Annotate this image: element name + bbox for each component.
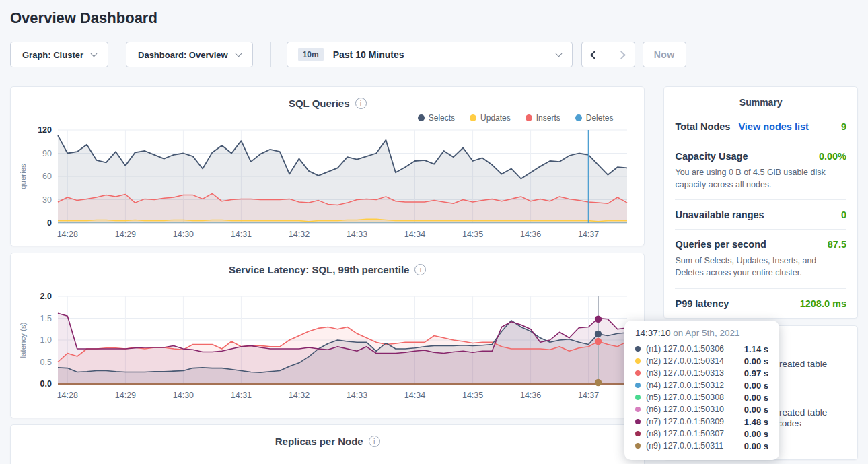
legend-dot	[418, 114, 425, 121]
svg-text:14:37: 14:37	[578, 230, 599, 239]
legend-item-inserts[interactable]: Inserts	[526, 113, 560, 123]
svg-text:14:34: 14:34	[404, 391, 425, 400]
tooltip-node-label: (n4) 127.0.0.1:50312	[646, 380, 724, 390]
chart-tooltip: 14:37:10 on Apr 5th, 2021 (n1) 127.0.0.1…	[624, 321, 779, 460]
tooltip-date: on Apr 5th, 2021	[673, 328, 739, 338]
tooltip-node-label: (n5) 127.0.0.1:50308	[646, 393, 724, 402]
tooltip-node-label: (n8) 127.0.0.1:50307	[646, 429, 724, 438]
graph-dropdown-label: Graph: Cluster	[22, 50, 83, 60]
dashboard-dropdown-label: Dashboard: Overview	[138, 50, 228, 60]
svg-text:0.0: 0.0	[40, 379, 52, 389]
tooltip-node-value: 0.00 s	[744, 380, 768, 391]
charts-column: SQL Queries SelectsUpdatesInsertsDeletes…	[10, 86, 645, 464]
summary-label: P99 latency	[675, 298, 729, 309]
tooltip-node-label: (n6) 127.0.0.1:50310	[646, 405, 724, 414]
info-icon[interactable]	[355, 98, 367, 109]
tooltip-header: 14:37:10 on Apr 5th, 2021	[635, 328, 768, 338]
latency-chart[interactable]: 0.00.51.01.52.014:2814:2914:3014:3114:32…	[16, 290, 644, 403]
svg-text:14:35: 14:35	[462, 230, 483, 239]
tooltip-node-label: (n1) 127.0.0.1:50306	[646, 344, 724, 354]
svg-text:14:29: 14:29	[115, 391, 136, 400]
chart-svg[interactable]: 0.00.51.01.52.014:2814:2914:3014:3114:32…	[16, 290, 632, 403]
panel-title: SQL Queries	[289, 98, 350, 109]
view-nodes-link[interactable]: View nodes list	[738, 121, 809, 132]
svg-text:14:37: 14:37	[578, 391, 599, 400]
next-range-button[interactable]	[608, 42, 635, 67]
series-dot	[635, 443, 641, 449]
divider	[270, 42, 271, 67]
legend-item-updates[interactable]: Updates	[470, 113, 511, 123]
svg-text:1.0: 1.0	[40, 335, 52, 345]
tooltip-row: (n9) 127.0.0.1:503110.00 s	[635, 440, 768, 452]
svg-text:14:29: 14:29	[115, 230, 136, 239]
svg-text:0.5: 0.5	[40, 358, 52, 367]
svg-text:60: 60	[42, 172, 52, 181]
sql-queries-chart[interactable]: 030609012014:2814:2914:3014:3114:3214:33…	[16, 125, 644, 242]
svg-text:14:28: 14:28	[57, 391, 78, 400]
series-dot	[635, 383, 641, 388]
svg-text:14:36: 14:36	[520, 391, 541, 400]
time-nav-group	[581, 42, 635, 67]
svg-text:14:33: 14:33	[347, 230, 367, 239]
chevron-left-icon	[590, 51, 599, 59]
tooltip-time: 14:37:10	[635, 328, 671, 338]
svg-text:latency (s): latency (s)	[19, 322, 27, 358]
dashboard-dropdown[interactable]: Dashboard: Overview	[126, 42, 253, 67]
controls-row: Graph: Cluster Dashboard: Overview 10m P…	[10, 42, 858, 67]
series-dot	[635, 419, 641, 424]
summary-description: You are using 0 B of 4.5 GiB usable disk…	[675, 166, 846, 191]
tooltip-node-value: 0.97 s	[744, 368, 768, 378]
svg-text:2.0: 2.0	[40, 292, 52, 301]
info-icon[interactable]	[369, 436, 380, 447]
graph-dropdown[interactable]: Graph: Cluster	[10, 42, 108, 67]
tooltip-node-value: 0.00 s	[744, 405, 768, 415]
svg-text:14:30: 14:30	[173, 230, 194, 239]
svg-text:14:34: 14:34	[404, 230, 425, 239]
svg-text:queries: queries	[19, 164, 27, 189]
legend-dot	[526, 114, 532, 121]
prev-range-button[interactable]	[581, 42, 608, 67]
info-icon[interactable]	[414, 264, 426, 275]
svg-text:14:32: 14:32	[289, 230, 310, 239]
tooltip-node-label: (n9) 127.0.0.1:50311	[646, 441, 723, 451]
sql-legend: SelectsUpdatesInsertsDeletes	[11, 111, 644, 125]
panel-header: SQL Queries	[11, 95, 644, 111]
legend-item-selects[interactable]: Selects	[418, 113, 455, 123]
legend-item-deletes[interactable]: Deletes	[575, 113, 614, 123]
latency-panel: Service Latency: SQL, 99th percentile 0.…	[10, 253, 645, 418]
tooltip-row: (n6) 127.0.0.1:503100.00 s	[635, 403, 768, 416]
tooltip-node-label: (n7) 127.0.0.1:50309	[646, 417, 724, 426]
series-dot	[635, 346, 641, 352]
page-title: Overview Dashboard	[10, 9, 858, 27]
time-range-selector[interactable]: 10m Past 10 Minutes	[287, 42, 573, 67]
svg-text:30: 30	[42, 195, 52, 205]
svg-text:14:33: 14:33	[347, 391, 367, 400]
svg-text:90: 90	[42, 149, 52, 158]
svg-text:0: 0	[47, 218, 52, 228]
summary-rows: Total NodesView nodes list9Capacity Usag…	[675, 112, 846, 318]
tooltip-node-value: 0.00 s	[744, 429, 768, 439]
svg-text:14:35: 14:35	[462, 391, 483, 400]
series-dot	[635, 431, 641, 436]
tooltip-row: (n8) 127.0.0.1:503070.00 s	[635, 428, 768, 440]
chart-svg[interactable]: 030609012014:2814:2914:3014:3114:3214:33…	[16, 125, 632, 242]
svg-text:1.5: 1.5	[40, 314, 52, 323]
summary-row: Unavailable ranges0	[675, 199, 846, 229]
chevron-down-icon	[91, 51, 98, 57]
tooltip-node-value: 1.14 s	[744, 344, 768, 354]
chevron-down-icon	[235, 51, 242, 57]
series-dot	[635, 370, 641, 376]
svg-text:14:28: 14:28	[57, 230, 78, 239]
tooltip-row: (n1) 127.0.0.1:503061.14 s	[635, 343, 768, 355]
chevron-down-icon	[555, 51, 562, 57]
summary-row: P99 latency1208.0 ms	[675, 288, 846, 318]
tooltip-node-value: 0.00 s	[744, 441, 768, 451]
now-button[interactable]: Now	[643, 42, 686, 67]
summary-value: 9	[841, 121, 846, 132]
overview-dashboard-page: Overview Dashboard Graph: Cluster Dashbo…	[0, 0, 868, 464]
svg-text:14:31: 14:31	[231, 230, 252, 239]
summary-row: Capacity Usage0.00%You are using 0 B of …	[675, 141, 846, 199]
time-range-badge: 10m	[298, 48, 324, 61]
legend-dot	[470, 114, 476, 121]
svg-text:14:32: 14:32	[289, 391, 310, 400]
